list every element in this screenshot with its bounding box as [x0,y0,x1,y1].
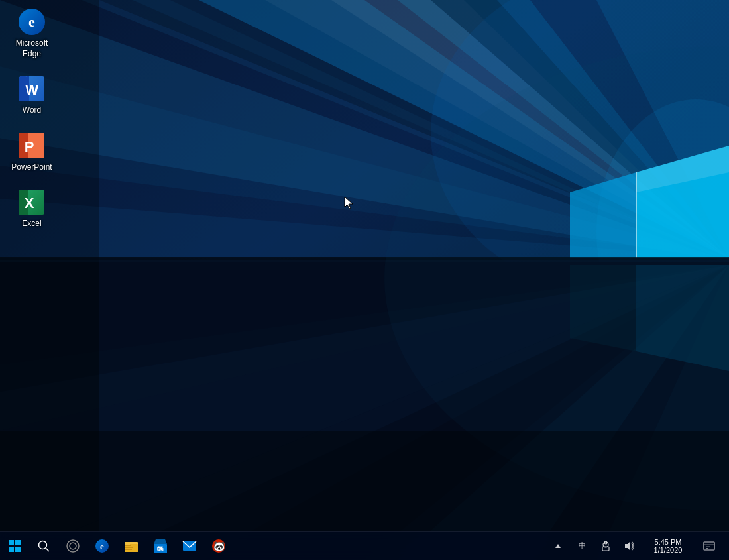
svg-rect-54 [15,540,21,545]
svg-rect-67 [125,547,133,548]
svg-text:X: X [25,195,34,211]
notification-center-button[interactable] [695,532,724,561]
excel-icon-image: X [18,188,46,216]
tray-show-hidden-button[interactable] [546,532,570,561]
store-icon: 🛍 [153,539,168,553]
svg-point-57 [39,541,47,549]
wallpaper [0,0,729,560]
word-label: Word [23,105,41,116]
desktop-icons: e Microsoft Edge [5,5,58,232]
svg-text:e: e [28,13,35,30]
clock-time: 5:45 PM [655,538,682,546]
svg-rect-81 [704,542,714,550]
word-icon: W W [18,75,46,103]
svg-point-79 [604,541,607,544]
svg-rect-56 [15,547,21,552]
edge-icon: e [18,8,46,36]
svg-text:W: W [26,83,38,97]
explorer-icon [124,539,139,553]
chevron-up-icon [555,543,561,549]
desktop-icon-excel[interactable]: X Excel [5,186,58,232]
svg-point-59 [67,540,79,552]
cortana-icon [66,539,80,553]
desktop-icon-word[interactable]: W W Word [5,72,58,119]
powerpoint-icon: P [18,132,46,160]
taskbar-pinned-button[interactable]: 🐼 [204,532,233,561]
excel-icon: X [18,188,46,216]
powerpoint-label: PowerPoint [11,162,52,173]
start-icon [9,540,21,552]
start-button[interactable] [0,532,29,561]
desktop-icon-edge[interactable]: e Microsoft Edge [5,5,58,62]
svg-rect-68 [125,549,132,550]
svg-rect-65 [125,542,130,545]
mail-icon [182,539,197,553]
edge-icon-image: e [18,8,46,36]
taskbar-explorer-button[interactable] [117,532,146,561]
pinned-app-icon: 🐼 [211,539,226,553]
taskbar-clock[interactable]: 5:45 PM 1/1/2020 [642,532,695,561]
excel-label: Excel [22,219,41,229]
taskbar: e 🛍 [0,531,729,560]
svg-rect-37 [0,262,99,560]
language-label: 中 [579,541,586,551]
svg-marker-76 [555,544,561,548]
svg-point-60 [70,543,76,549]
svg-text:e: e [100,541,104,551]
desktop-icon-powerpoint[interactable]: P PowerPoint [5,129,58,176]
desktop: e Microsoft Edge [0,0,729,560]
svg-text:🐼: 🐼 [213,541,225,552]
svg-marker-80 [625,541,630,551]
taskbar-mail-button[interactable] [175,532,204,561]
taskbar-edge-icon: e [95,539,109,553]
taskbar-search-button[interactable] [29,532,58,561]
notification-icon [703,540,715,552]
taskbar-cortana-button[interactable] [58,532,87,561]
clock-date: 1/1/2020 [654,546,683,554]
taskbar-edge-button[interactable]: e [87,532,117,561]
svg-rect-53 [9,540,14,545]
powerpoint-icon-image: P [18,132,46,160]
tray-language-button[interactable]: 中 [570,532,594,561]
tray-volume-button[interactable] [618,532,642,561]
svg-line-58 [46,548,49,551]
volume-icon [624,540,636,552]
system-tray: 中 5:45 PM 1/1/20 [541,532,729,561]
svg-text:🛍: 🛍 [157,545,164,553]
svg-text:P: P [25,139,34,155]
edge-label: Microsoft Edge [16,38,48,59]
svg-marker-70 [154,539,167,544]
network-icon [600,540,612,552]
word-icon-image: W W [18,75,46,103]
taskbar-store-button[interactable]: 🛍 [146,532,175,561]
tray-network-button[interactable] [594,532,618,561]
svg-rect-55 [9,547,14,552]
svg-rect-66 [125,545,131,546]
search-icon [38,540,50,552]
